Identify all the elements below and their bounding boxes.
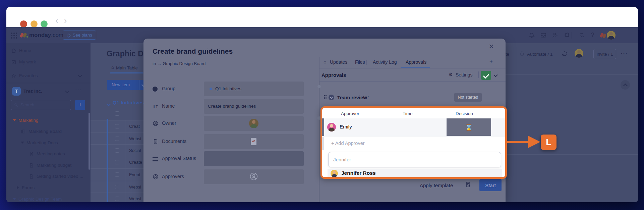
section-collapse-icon[interactable] <box>329 95 334 100</box>
decision-pending-cell[interactable]: ⌛ <box>447 118 491 136</box>
row-accent-strip <box>322 118 324 136</box>
header-divider <box>572 32 572 39</box>
start-button[interactable]: Start <box>479 179 502 191</box>
table-row[interactable]: Websi <box>91 181 143 193</box>
tab-updates[interactable]: Updates <box>330 59 347 65</box>
maximize-traffic-light[interactable] <box>41 20 48 28</box>
see-plans-button[interactable]: ◇ See plans <box>63 31 96 40</box>
suggestion-item[interactable]: Jennifer Ross <box>328 169 502 179</box>
row-checkbox[interactable] <box>115 137 119 141</box>
sidebar-item-forms[interactable]: Forms <box>6 184 91 192</box>
owner-avatar <box>249 119 258 128</box>
approvals-check-button[interactable] <box>481 71 491 80</box>
home-icon <box>11 48 16 53</box>
table-row[interactable]: Create <box>91 156 143 168</box>
row-checkbox[interactable] <box>115 148 119 153</box>
add-approver-row[interactable]: + Add Approver <box>322 137 505 150</box>
user-avatar[interactable] <box>607 31 616 40</box>
typed-query: Jennifer <box>333 157 351 162</box>
screenshot-canvas: ‹ › monday.com ◇ See plans <box>0 0 644 210</box>
approval-status-icon <box>153 156 159 162</box>
marketplace-puzzle-icon[interactable] <box>564 32 570 39</box>
apply-template-button[interactable]: Apply template <box>420 182 453 188</box>
row-checkbox[interactable] <box>115 124 119 128</box>
close-icon[interactable]: × <box>489 42 494 51</box>
forward-icon[interactable]: › <box>64 15 67 26</box>
add-tab-button[interactable]: + <box>489 58 493 65</box>
annotation-arrow-line <box>507 141 528 143</box>
table-row[interactable]: Creat <box>91 120 143 133</box>
notifications-bell-icon[interactable] <box>528 32 535 39</box>
sidebar-item-my-work[interactable]: My work <box>6 58 91 66</box>
tab-files[interactable]: Files <box>355 59 365 65</box>
automate-button[interactable]: Automate / 1 <box>527 52 553 57</box>
workspace-avatar: T <box>12 87 21 96</box>
group-field-value[interactable]: Q1 Initiatives <box>204 82 304 96</box>
owner-field-value[interactable] <box>204 116 304 131</box>
minimize-traffic-light[interactable] <box>31 20 38 28</box>
group-collapse-icon[interactable] <box>107 101 110 107</box>
table-row[interactable]: Websi <box>91 133 143 145</box>
section-menu-icon[interactable]: ··· <box>363 94 370 99</box>
chat-bubble-icon[interactable] <box>562 51 568 57</box>
select-all-checkbox[interactable] <box>115 111 119 116</box>
tab-activity-log[interactable]: Activity Log <box>373 59 397 65</box>
gear-icon: ⚙ <box>449 72 453 77</box>
template-doc-icon[interactable] <box>465 181 472 188</box>
sidebar-item-graphic-design-team[interactable]: Graphic Design Team <box>6 195 91 202</box>
new-item-button[interactable]: New item <box>107 80 143 90</box>
sidebar-item-marketing-board[interactable]: Marketing Board <box>6 127 91 136</box>
tab-approvals[interactable]: Approvals <box>406 59 426 65</box>
approver-row[interactable]: Emily ⌛ <box>322 118 505 136</box>
sidebar-item-meeting-notes[interactable]: Meeting notes <box>6 150 91 158</box>
row-checkbox[interactable] <box>115 160 119 164</box>
back-icon[interactable]: ‹ <box>55 15 58 26</box>
table-row[interactable]: Websi <box>91 193 143 202</box>
breadcrumb[interactable]: in → Graphic Design Board <box>153 61 206 66</box>
scroll-to-top-button[interactable] <box>621 80 630 90</box>
table-row[interactable]: Event <box>91 168 143 181</box>
group-color-bar <box>107 119 108 202</box>
integrate-button[interactable]: te <box>506 52 509 57</box>
sidebar-search-input[interactable]: Search <box>11 100 71 110</box>
sidebar-workspace[interactable]: T Trez Inc. ··· <box>6 87 91 96</box>
row-checkbox[interactable] <box>115 172 119 177</box>
table-row[interactable]: Social <box>91 144 143 157</box>
monday-logo-icon[interactable] <box>20 32 28 38</box>
expand-triangle-icon <box>17 186 19 189</box>
chevron-down-icon[interactable] <box>493 73 498 77</box>
jennifer-avatar <box>331 170 338 177</box>
group-title[interactable]: Q1 Initiatives <box>113 100 143 105</box>
invite-button[interactable]: Invite / 1 <box>593 49 616 59</box>
close-traffic-light[interactable] <box>20 20 27 28</box>
sidebar-item-getting-started-video[interactable]: Getting started video ... <box>6 172 91 180</box>
approver-search-input[interactable]: Jennifer <box>328 152 501 167</box>
board-menu-icon[interactable]: ··· <box>621 50 628 56</box>
help-icon[interactable]: ? <box>591 32 594 38</box>
invite-member-icon[interactable] <box>552 32 559 39</box>
settings-button[interactable]: Settings <box>456 72 473 77</box>
documents-field-value[interactable] <box>204 134 304 149</box>
sidebar-item-favorites[interactable]: Favorites <box>6 72 91 80</box>
add-board-button[interactable]: + <box>75 100 85 110</box>
workspace-menu-icon[interactable]: ··· <box>75 87 82 92</box>
sidebar-item-marketing[interactable]: Marketing <box>6 116 91 124</box>
sidebar-scrollbar[interactable] <box>89 113 90 170</box>
name-field-value[interactable]: Create brand guidelines <box>204 99 304 114</box>
drag-handle-icon[interactable] <box>324 95 325 96</box>
approvers-field-value[interactable] <box>204 169 304 184</box>
tab-main-table[interactable]: Main Table <box>116 65 138 70</box>
sidebar-item-marketing-docs[interactable]: Marketing Docs <box>6 139 91 147</box>
search-icon <box>14 103 18 107</box>
brand-wordmark[interactable]: monday.com <box>29 32 63 39</box>
row-checkbox[interactable] <box>115 197 119 201</box>
apps-grid-icon[interactable] <box>11 33 12 34</box>
search-icon[interactable] <box>579 32 585 39</box>
sidebar-item-home[interactable]: Home <box>6 47 91 55</box>
member-avatar[interactable] <box>575 49 583 58</box>
inbox-icon[interactable] <box>540 32 547 39</box>
approval-status-field-value[interactable] <box>204 151 304 166</box>
sidebar-item-marketing-budget[interactable]: Marketing budget <box>6 161 91 169</box>
row-checkbox[interactable] <box>115 185 119 189</box>
approval-section-title: Team review <box>337 95 367 100</box>
